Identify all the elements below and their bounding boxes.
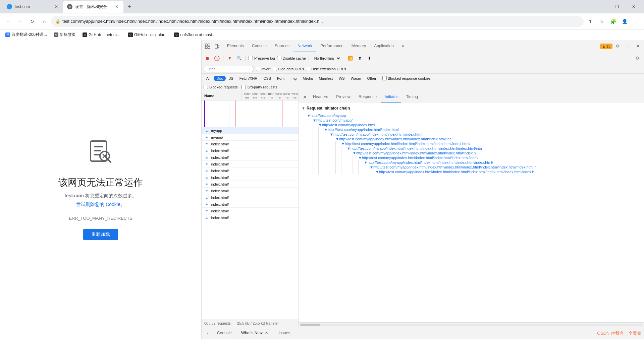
preserve-log-checkbox[interactable]: Preserve log — [249, 56, 275, 60]
request-item-index-2[interactable]: ≡ index.html/ — [202, 147, 299, 154]
detail-tab-response[interactable]: Response — [355, 91, 380, 103]
blocked-requests-input[interactable] — [204, 85, 208, 89]
throttle-select[interactable]: No throttling — [312, 55, 341, 61]
warning-badge[interactable]: ▲ 13 — [600, 44, 612, 49]
menu-button[interactable]: ⋮ — [631, 16, 641, 27]
tab-sources[interactable]: Sources — [271, 40, 293, 52]
tab-close-2[interactable]: ✕ — [114, 4, 119, 9]
ic-node-5[interactable]: ▼http://test.com/myapp/index.html/index.… — [330, 132, 641, 137]
extensions-button[interactable]: 🧩 — [608, 16, 619, 27]
filter-ws[interactable]: WS — [336, 76, 347, 81]
ic-node-9[interactable]: ▼http://test.com/myapp/index.html/index.… — [353, 151, 641, 155]
request-item-index-8[interactable]: ≡ index.html/ — [202, 188, 299, 194]
share-button[interactable]: ⬆ — [585, 16, 596, 27]
online-icon[interactable]: 📶 — [347, 55, 354, 62]
tab-test-com[interactable]: 🌐 test.com ✕ — [3, 1, 63, 13]
filter-img[interactable]: Img — [288, 76, 299, 81]
detail-tab-headers[interactable]: Headers — [310, 91, 331, 103]
filter-all[interactable]: All — [204, 76, 213, 81]
third-party-requests-checkbox[interactable]: 3rd-party requests — [241, 85, 277, 89]
maximize-button[interactable]: ❐ — [609, 1, 625, 13]
bookmark-unfs3[interactable]: G unfs3/doc at mast... — [171, 31, 218, 39]
devtools-more-button[interactable]: ⋮ — [623, 42, 633, 51]
hide-extension-urls-checkbox[interactable]: Hide extension URLs — [306, 67, 346, 71]
disable-cache-checkbox[interactable]: Disable cache — [277, 56, 306, 60]
invert-checkbox[interactable]: Invert — [256, 67, 271, 71]
profile-button[interactable]: 👤 — [619, 16, 630, 27]
bookmark-baidu[interactable]: 译 百度翻译-200种语... — [3, 31, 50, 39]
detail-close-button[interactable]: ✕ — [302, 94, 308, 100]
tab-performance[interactable]: Performance — [316, 40, 347, 52]
filter-css[interactable]: CSS — [261, 76, 274, 81]
bottom-menu-button[interactable]: ⋮ — [204, 330, 211, 337]
preserve-log-input[interactable] — [249, 56, 253, 60]
ic-node-6[interactable]: ▼http://test.com/myapp/index.html/index.… — [335, 137, 641, 141]
forward-button[interactable]: → — [15, 16, 25, 27]
filter-media[interactable]: Media — [300, 76, 315, 81]
ic-node-11[interactable]: ▼http://test.com/myapp/index.html/index.… — [364, 160, 641, 165]
export-button[interactable]: ⬇ — [366, 55, 373, 62]
request-item-index-5[interactable]: ≡ index.html/ — [202, 167, 299, 174]
refresh-button[interactable]: ↻ — [27, 16, 38, 27]
request-item-index-9[interactable]: ≡ index.html/ — [202, 194, 299, 201]
device-toolbar-button[interactable] — [212, 42, 222, 51]
bottom-tab-console[interactable]: Console — [214, 327, 235, 339]
blocked-response-cookies-checkbox[interactable]: Blocked response cookies — [382, 76, 431, 80]
request-item-index-11[interactable]: ≡ index.html/ — [202, 208, 299, 214]
tab-application[interactable]: Application — [370, 40, 398, 52]
tab-elements[interactable]: Elements — [223, 40, 248, 52]
filter-input[interactable] — [204, 66, 254, 72]
request-item-index-12[interactable]: ≡ index.html/ — [202, 214, 299, 221]
back-button[interactable]: ← — [3, 16, 13, 27]
tab-memory[interactable]: Memory — [347, 40, 370, 52]
close-button[interactable]: ✕ — [626, 1, 641, 13]
home-button[interactable]: ⌂ — [39, 16, 50, 27]
reload-button[interactable]: 重新加载 — [83, 229, 118, 240]
filter-font[interactable]: Font — [274, 76, 287, 81]
bookmark-github1[interactable]: G GitHub - inetum-... — [80, 31, 124, 39]
detail-tab-timing[interactable]: Timing — [402, 91, 421, 103]
invert-input[interactable] — [256, 67, 260, 71]
ic-node-8[interactable]: ▼http://test.com/myapp/index.html/index.… — [347, 146, 641, 151]
detail-tab-initiator[interactable]: Initiator — [381, 91, 401, 103]
filter-fetch-xhr[interactable]: Fetch/XHR — [237, 76, 260, 81]
filter-manifest[interactable]: Manifest — [316, 76, 335, 81]
ic-node-4[interactable]: ▼http://test.com/myapp/index.html/index.… — [324, 127, 641, 132]
filter-js[interactable]: JS — [226, 76, 236, 81]
request-item-index-6[interactable]: ≡ index.html/ — [202, 174, 299, 181]
detail-tab-preview[interactable]: Preview — [333, 91, 354, 103]
bookmark-newtab[interactable]: ⊕ 新标签页 — [51, 31, 78, 39]
tab-console[interactable]: Console — [248, 40, 271, 52]
bookmark-github2[interactable]: G GitHub - digitalar... — [125, 31, 170, 39]
request-item-index-4[interactable]: ≡ index.html/ — [202, 161, 299, 167]
bookmark-button[interactable]: ☆ — [596, 16, 607, 27]
hide-extension-urls-input[interactable] — [306, 67, 310, 71]
filter-doc[interactable]: Doc — [214, 76, 226, 81]
filter-icon-button[interactable]: ▼ — [226, 55, 233, 62]
error-cookie-link[interactable]: 尝试删除您的 Cookie。 — [76, 202, 125, 208]
third-party-requests-input[interactable] — [241, 85, 246, 89]
network-settings-button[interactable]: ⚙ — [633, 54, 642, 63]
request-item-myapp-slash[interactable]: ≡ myapp/ — [202, 134, 299, 141]
import-button[interactable]: ⬆ — [356, 55, 364, 62]
inspect-element-button[interactable] — [203, 42, 212, 51]
ic-node-2[interactable]: ▼http://test.com/myapp/ — [313, 118, 641, 123]
blocked-requests-checkbox[interactable]: Blocked requests — [204, 85, 237, 89]
disable-cache-input[interactable] — [277, 56, 281, 60]
address-bar[interactable]: 🔒 test.com/myapp/index.html/index.html/i… — [51, 16, 584, 27]
ic-node-12[interactable]: ▼http://test.com/myapp/index.html/index.… — [370, 165, 641, 170]
request-item-index-7[interactable]: ≡ index.html/ — [202, 181, 299, 188]
bottom-tab-whats-new[interactable]: What's New ✕ — [238, 327, 273, 339]
minimize-button[interactable]: ─ — [592, 1, 608, 13]
clear-button[interactable]: 🚫 — [213, 55, 220, 62]
new-tab-button[interactable]: + — [125, 2, 134, 11]
request-item-index-10[interactable]: ≡ index.html/ — [202, 201, 299, 208]
search-icon-button[interactable]: 🔍 — [235, 55, 243, 62]
request-item-myapp[interactable]: ≡ myapp — [202, 127, 299, 134]
bottom-tab-issues[interactable]: Issues — [275, 327, 294, 339]
ic-node-13[interactable]: ▼http://test.com/myapp/index.html/index.… — [375, 170, 641, 174]
filter-other[interactable]: Other — [364, 76, 379, 81]
hide-data-urls-input[interactable] — [273, 67, 277, 71]
hide-data-urls-checkbox[interactable]: Hide data URLs — [273, 67, 304, 71]
blocked-response-cookies-input[interactable] — [382, 76, 387, 80]
